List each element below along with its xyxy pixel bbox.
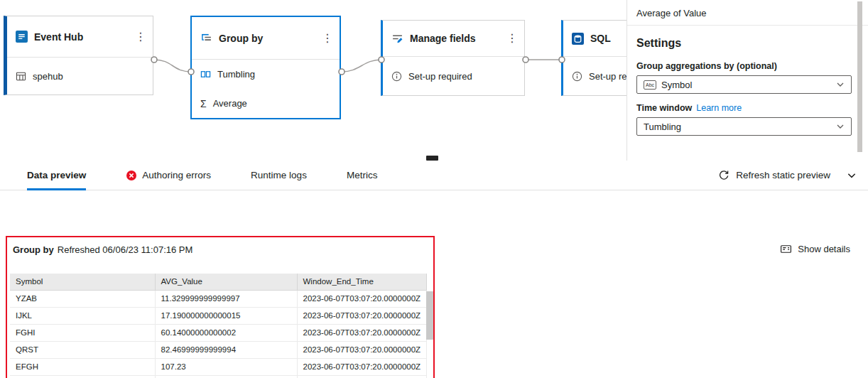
panel-resize-handle[interactable]: [426, 156, 438, 161]
diagram-canvas[interactable]: Event Hub ⋮ spehub Group by ⋮: [0, 0, 626, 161]
sql-database-icon: [572, 33, 584, 45]
cell-window-end-time: 2023-06-07T03:07:20.0000000Z: [297, 324, 426, 341]
group-by-icon: [200, 32, 212, 44]
app-window: Event Hub ⋮ spehub Group by ⋮: [0, 0, 868, 378]
dropdown-value: Tumbling: [644, 122, 831, 132]
tab-data-preview[interactable]: Data preview: [27, 161, 86, 190]
refresh-label: Refresh static preview: [736, 170, 830, 180]
time-window-label: Time window: [636, 103, 692, 113]
node-event-hub[interactable]: Event Hub ⋮ spehub: [4, 16, 153, 95]
node-manage-fields[interactable]: Manage fields ⋮ Set-up required: [381, 20, 525, 96]
cell-avg-value: 107.23: [155, 358, 297, 375]
node-row-label: spehub: [33, 71, 63, 82]
cell-symbol: OPQR: [10, 375, 155, 378]
text-type-icon: Abc: [644, 80, 656, 90]
show-details-button[interactable]: Show details: [780, 243, 850, 255]
table-header-row: Symbol AVG_Value Window_End_Time: [10, 274, 426, 290]
preview-refreshed-label: Refreshed 06/06/23 11:07:16 PM: [58, 244, 193, 255]
cell-symbol: EFGH: [10, 358, 155, 375]
table-row: IJKL 17.190000000000015 2023-06-07T03:07…: [10, 307, 426, 324]
node-row-average[interactable]: Σ Average: [192, 89, 340, 118]
cell-avg-value: 17.190000000000015: [155, 307, 297, 324]
connector-line: [342, 60, 381, 72]
cell-avg-value: 60.14000000000002: [155, 324, 297, 341]
node-event-hub-header: Event Hub ⋮: [7, 16, 153, 58]
tab-label: Authoring errors: [142, 170, 211, 180]
cell-window-end-time: 2023-06-07T03:07:20.0000000Z: [297, 358, 426, 375]
node-manage-fields-header: Manage fields ⋮: [383, 21, 524, 57]
node-row-label: Average: [213, 98, 247, 109]
cell-symbol: YZAB: [10, 290, 155, 307]
column-header: AVG_Value: [155, 274, 297, 290]
chevron-down-icon: [836, 122, 845, 131]
show-details-icon: [780, 243, 792, 255]
cell-avg-value: 119.81: [155, 375, 297, 378]
column-header: Symbol: [10, 274, 155, 290]
preview-source-label: Group by: [13, 244, 54, 255]
collapse-pane-chevron-icon[interactable]: [847, 171, 857, 180]
time-window-dropdown[interactable]: Tumbling: [636, 117, 852, 136]
info-icon: [572, 71, 582, 82]
dropdown-value: Symbol: [661, 80, 831, 90]
table-icon: [16, 71, 26, 82]
cell-window-end-time: 2023-06-07T03:07:20.0000000Z: [297, 341, 426, 358]
cell-window-end-time: 2023-06-07T03:07:20.0000000Z: [297, 307, 426, 324]
table-row: FGHI 60.14000000000002 2023-06-07T03:07:…: [10, 324, 426, 341]
preview-title: Group byRefreshed 06/06/23 11:07:16 PM: [7, 237, 433, 255]
event-hub-icon: [16, 31, 28, 43]
refresh-icon: [718, 170, 729, 181]
data-preview-area: Group byRefreshed 06/06/23 11:07:16 PM S…: [0, 190, 868, 378]
node-row-tumbling[interactable]: Tumbling: [192, 60, 340, 89]
node-group-by-header: Group by ⋮: [192, 17, 340, 60]
group-aggregations-dropdown[interactable]: Abc Symbol: [636, 75, 852, 94]
cell-window-end-time: 2023-06-07T03:07:20.0000000Z: [297, 375, 426, 378]
tab-bar: Data preview Authoring errors Runtime lo…: [0, 161, 868, 190]
cell-symbol: QRST: [10, 341, 155, 358]
group-aggregations-label: Group aggregations by (optional): [636, 61, 852, 71]
node-row-label: Set-up required: [408, 71, 472, 82]
node-title: Manage fields: [410, 33, 498, 44]
node-row-setup-required[interactable]: Set-up required: [383, 57, 524, 95]
tab-runtime-logs[interactable]: Runtime logs: [251, 161, 307, 190]
chevron-down-icon: [836, 80, 845, 89]
show-details-label: Show details: [798, 244, 850, 254]
learn-more-link[interactable]: Learn more: [696, 103, 742, 113]
tumbling-window-icon: [200, 69, 211, 80]
cell-avg-value: 82.46999999999994: [155, 341, 297, 358]
node-menu-button[interactable]: ⋮: [133, 31, 148, 43]
panel-scrollbar-thumb[interactable]: [857, 1, 862, 152]
node-row-label: Tumbling: [217, 69, 255, 80]
refresh-static-preview-button[interactable]: Refresh static preview: [718, 170, 830, 181]
table-row: EFGH 107.23 2023-06-07T03:07:20.0000000Z: [10, 358, 426, 375]
settings-panel: Average of Value Settings Group aggregat…: [626, 0, 868, 161]
node-menu-button[interactable]: ⋮: [504, 33, 520, 44]
panel-title: Average of Value: [627, 0, 868, 25]
node-group-by[interactable]: Group by ⋮ Tumbling Σ Average: [190, 16, 341, 119]
node-menu-button[interactable]: ⋮: [320, 33, 335, 44]
cell-symbol: FGHI: [10, 324, 155, 341]
sigma-icon: Σ: [200, 98, 207, 109]
tab-authoring-errors[interactable]: Authoring errors: [126, 161, 211, 190]
tab-metrics[interactable]: Metrics: [347, 161, 378, 190]
error-icon: [126, 170, 137, 181]
connector-line: [154, 60, 191, 72]
node-title: Group by: [219, 33, 313, 44]
node-row-spehub[interactable]: spehub: [7, 58, 153, 94]
table-row: OPQR 119.81 2023-06-07T03:07:20.0000000Z: [10, 375, 426, 378]
table-scrollbar-thumb[interactable]: [426, 291, 433, 340]
manage-fields-icon: [391, 33, 403, 45]
table-row: QRST 82.46999999999994 2023-06-07T03:07:…: [10, 341, 426, 358]
cell-window-end-time: 2023-06-07T03:07:20.0000000Z: [297, 290, 426, 307]
bottom-pane: Data preview Authoring errors Runtime lo…: [0, 161, 868, 378]
cell-symbol: IJKL: [10, 307, 155, 324]
table-row: YZAB 11.329999999999997 2023-06-07T03:07…: [10, 290, 426, 307]
cell-avg-value: 11.329999999999997: [155, 290, 297, 307]
preview-table: Symbol AVG_Value Window_End_Time YZAB 11…: [10, 274, 427, 378]
settings-heading: Settings: [636, 37, 852, 50]
column-header: Window_End_Time: [297, 274, 426, 290]
panel-scrollbar[interactable]: [857, 1, 862, 152]
tab-label: Metrics: [347, 170, 378, 180]
tab-label: Data preview: [27, 170, 86, 180]
preview-highlight-annotation: Group byRefreshed 06/06/23 11:07:16 PM S…: [6, 236, 435, 378]
info-icon: [391, 71, 402, 82]
